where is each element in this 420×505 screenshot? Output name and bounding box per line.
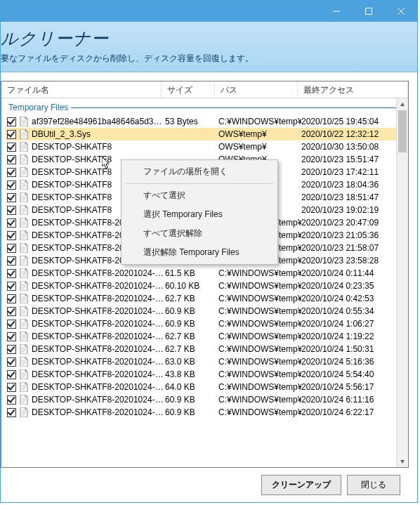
file-row[interactable]: DESKTOP-SHKATF8-20201024-0011…61.5 KBC:¥… [6,267,404,280]
file-row[interactable]: DESKTOP-SHKATF8-20201024-0556…64.0 KBC:¥… [6,381,404,393]
vertical-scrollbar[interactable] [396,98,408,467]
row-filename: DESKTOP-SHKATF8-20201024-0611… [32,393,165,406]
row-checkbox[interactable] [7,358,16,367]
file-row[interactable]: DBUtil_2_3.SysOWS¥temp¥2020/10/22 12:32:… [6,128,404,140]
row-checkbox[interactable] [7,269,16,278]
row-last-access: 2020/10/24 0:55:34 [301,305,404,317]
row-last-access: 2020/10/24 0:42:53 [301,292,404,305]
col-size[interactable]: サイズ [162,81,215,98]
row-last-access: 2020/10/24 5:54:40 [301,368,404,381]
cleanup-button[interactable]: クリーンアップ [261,475,341,495]
row-checkbox[interactable] [7,345,16,354]
row-filename: DESKTOP-SHKATF8-20201024-0011… [32,267,165,280]
group-label: Temporary Files [6,101,68,115]
scrollbar-thumb[interactable] [398,110,407,152]
list-scroll-area: Temporary Filesaf397ef28e484961ba48646a5… [1,98,408,467]
row-checkbox[interactable] [7,193,16,202]
row-last-access: 2020/10/24 1:06:27 [301,317,404,330]
col-last-access[interactable]: 最終アクセス [298,81,408,98]
file-row[interactable]: DESKTOP-SHKATF8-20201024-0150…62.7 KBC:¥… [6,343,404,355]
row-filename: DESKTOP-SHKATF8-20201024-0023… [32,280,165,292]
row-filename: DESKTOP-SHKATF8 [32,140,165,153]
file-row[interactable]: af397ef28e484961ba48646a5d38cf…53 BytesC… [6,115,404,128]
row-path: C:¥WINDOWS¥temp¥ [218,381,301,393]
ctx-select-all[interactable]: すべて選択 [124,186,275,205]
row-checkbox[interactable] [7,117,16,126]
row-path: C:¥WINDOWS¥temp¥ [218,305,301,317]
row-last-access: 2020/10/24 0:11:44 [301,267,404,280]
row-checkbox[interactable] [7,282,16,291]
row-size: 61.5 KB [165,267,218,280]
row-filename: DESKTOP-SHKATF8-20201024-0055… [32,305,165,317]
close-dialog-button[interactable]: 閉じる [347,475,400,495]
ctx-open-location[interactable]: ファイルの場所を開く [124,162,275,181]
row-checkbox[interactable] [7,307,16,316]
row-last-access: 2020/10/24 0:23:35 [301,280,404,292]
titlebar [1,1,417,22]
file-row[interactable]: DESKTOP-SHKATF8-20201024-0554…43.8 KBC:¥… [6,368,404,381]
file-icon [19,306,29,316]
col-path[interactable]: パス [215,81,298,98]
row-checkbox[interactable] [7,408,16,417]
row-checkbox[interactable] [7,143,16,152]
row-checkbox[interactable] [7,130,16,139]
file-row[interactable]: DESKTOP-SHKATF8-20201024-0119…62.7 KBC:¥… [6,330,404,343]
close-button[interactable] [385,1,417,22]
row-size: 53 Bytes [165,115,218,128]
ctx-deselect-all[interactable]: すべて選択解除 [124,224,275,243]
row-last-access: 2020/10/23 19:02:19 [301,204,404,216]
row-checkbox[interactable] [7,231,16,240]
row-checkbox[interactable] [7,256,16,265]
row-checkbox[interactable] [7,206,16,215]
col-filename[interactable]: ファイル名 [1,81,162,98]
row-checkbox[interactable] [7,218,16,228]
file-icon [19,167,29,177]
row-size: 60.9 KB [165,393,218,406]
file-row[interactable]: DESKTOP-SHKATF8-20201024-0106…60.9 KBC:¥… [6,317,404,330]
row-last-access: 2020/10/23 21:58:07 [301,242,404,254]
row-filename: DESKTOP-SHKATF8-20201024-0556… [32,381,165,393]
file-icon [19,243,29,253]
row-checkbox[interactable] [7,320,16,329]
row-filename: DESKTOP-SHKATF8-20201024-0516… [32,355,165,368]
scroll-up-button[interactable] [397,98,408,110]
file-row[interactable]: DESKTOP-SHKATF8-20201024-0023…60.10 KBC:… [6,280,404,292]
file-list: ファイル名 サイズ パス 最終アクセス Temporary Filesaf397… [1,81,409,468]
row-path: C:¥WINDOWS¥temp¥ [218,115,301,128]
column-headers: ファイル名 サイズ パス 最終アクセス [1,81,408,98]
row-checkbox[interactable] [7,294,16,303]
file-row[interactable]: DESKTOP-SHKATF8-20201024-0516…63.0 KBC:¥… [6,355,404,368]
app-subtitle: 要なファイルをディスクから削除し、ディスク容量を回復します。 [1,53,410,65]
minimize-button[interactable] [320,1,353,22]
row-size: 60.10 KB [165,280,218,292]
file-row[interactable]: DESKTOP-SHKATF8OWS¥temp¥2020/10/30 13:50… [6,140,404,153]
row-last-access: 2020/10/22 12:32:12 [301,128,404,140]
row-filename: DBUtil_2_3.Sys [32,128,165,140]
row-checkbox[interactable] [7,244,16,253]
file-icon [19,268,29,278]
row-checkbox[interactable] [7,370,16,379]
row-size: 60.9 KB [165,317,218,330]
row-checkbox[interactable] [7,395,16,405]
row-filename: DESKTOP-SHKATF8-20201024-0119… [32,330,165,343]
ctx-deselect-group[interactable]: 選択解除 Temporary Files [124,243,275,262]
row-path: C:¥WINDOWS¥temp¥ [218,343,301,355]
file-icon [19,218,29,228]
ctx-select-group[interactable]: 選択 Temporary Files [124,205,275,224]
file-row[interactable]: DESKTOP-SHKATF8-20201024-0611…60.9 KBC:¥… [6,393,404,406]
svg-rect-0 [366,8,372,15]
row-filename: DESKTOP-SHKATF8-20201024-0042… [32,292,165,305]
scroll-down-button[interactable] [397,455,408,467]
row-last-access: 2020/10/24 1:50:31 [301,343,404,355]
file-icon [19,357,29,367]
row-checkbox[interactable] [7,332,16,341]
row-checkbox[interactable] [7,181,16,190]
file-row[interactable]: DESKTOP-SHKATF8-20201024-0055…60.9 KBC:¥… [6,305,404,317]
file-row[interactable]: DESKTOP-SHKATF8-20201024-0622…60.9 KBC:¥… [6,406,404,419]
row-size: 62.7 KB [165,292,218,305]
row-checkbox[interactable] [7,168,16,177]
row-checkbox[interactable] [7,155,16,164]
file-row[interactable]: DESKTOP-SHKATF8-20201024-0042…62.7 KBC:¥… [6,292,404,305]
row-checkbox[interactable] [7,383,16,392]
maximize-button[interactable] [353,1,385,22]
